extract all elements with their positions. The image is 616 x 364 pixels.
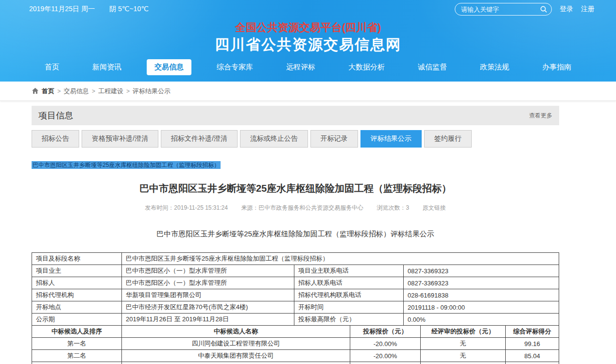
info-label: 招标代理机构联系电话 bbox=[294, 289, 404, 301]
search-box[interactable] bbox=[455, 3, 552, 16]
candidate-name-cell: 中泰天顺集团有限责任公司 bbox=[122, 350, 350, 362]
source-text: 来源：巴中市政务服务和公共资源交易服务中心 bbox=[241, 204, 363, 211]
view-more-link[interactable]: 查看更多 bbox=[529, 112, 552, 120]
table-header-row: 中标候选人及排序 中标候选人名称 投标报价（元） 经评审的投标价（元） 综合评标… bbox=[32, 326, 559, 338]
table-row: 开标地点 巴中市经济开发区红星路70号(市民之家4楼) 开标时间 2019111… bbox=[32, 301, 559, 314]
article-meta: 发布时间：2019-11-25 15:31:24 来源：巴中市政务服务和公共资源… bbox=[32, 204, 559, 212]
info-value: 巴中市恩阳区小（一）型水库管理所 bbox=[122, 277, 294, 289]
info-label: 投标最高限价（元） bbox=[294, 314, 404, 326]
score-cell: 85.04 bbox=[506, 350, 559, 362]
column-header: 综合评标得分 bbox=[506, 326, 559, 338]
main-nav: 首页 新闻资讯 交易信息 综合专家库 远程评标 大数据分析 诚信监督 政策法规 … bbox=[0, 59, 616, 75]
table-row: 项目业主 巴中市恩阳区小（一）型水库管理所 项目业主联系电话 0827-3369… bbox=[32, 265, 559, 277]
site-title: 四川省公共资源交易信息网 bbox=[0, 35, 616, 54]
nav-item-remote-evaluation[interactable]: 远程评标 bbox=[278, 59, 323, 75]
evaluated-price-cell: 无 bbox=[421, 338, 506, 350]
column-header: 经评审的投标价（元） bbox=[421, 326, 506, 338]
rank-cell: 第三名 bbox=[32, 362, 122, 364]
info-value: 0827-3369323 bbox=[404, 277, 559, 289]
main-content: 项目信息 查看更多 招标公告 资格预审补遗/澄清 招标文件补遗/澄清 流标或终止… bbox=[32, 106, 559, 364]
info-value: 华新项目管理集团有限公司 bbox=[122, 289, 294, 301]
rank-cell: 第一名 bbox=[32, 338, 122, 350]
table-row: 招标人 巴中市恩阳区小（一）型水库管理所 招标人联系电话 0827-336932… bbox=[32, 277, 559, 289]
nav-item-guide[interactable]: 办事指南 bbox=[534, 59, 579, 75]
info-label: 招标代理机构 bbox=[32, 289, 122, 301]
column-header: 中标候选人名称 bbox=[122, 326, 350, 338]
table-row: 公示期 2019年11月26日 至 2019年11月28日 投标最高限价（元） … bbox=[32, 314, 559, 326]
breadcrumb-evaluation-result[interactable]: 评标结果公示 bbox=[133, 87, 171, 96]
evaluated-price-cell: 无 bbox=[421, 362, 506, 364]
table-row: 项目及标段名称 巴中市恩阳区玉井乡断垭等25座水库枢纽除险加固工程（监理标段招标… bbox=[32, 253, 559, 265]
breadcrumb-separator: > bbox=[126, 88, 130, 95]
site-titles: 全国公共资源交易平台(四川省) 四川省公共资源交易信息网 bbox=[0, 20, 616, 54]
info-label: 招标人联系电话 bbox=[294, 277, 404, 289]
topbar-left: 2019年11月25日 周一 阴 5℃~10℃ bbox=[29, 5, 161, 14]
info-label: 项目业主联系电话 bbox=[294, 265, 404, 277]
info-value: 巴中市经济开发区红星路70号(市民之家4楼) bbox=[122, 301, 294, 314]
nav-item-news[interactable]: 新闻资讯 bbox=[85, 59, 129, 75]
nav-item-policy[interactable]: 政策法规 bbox=[472, 59, 517, 75]
bid-price-cell: -20.00% bbox=[350, 338, 421, 350]
tab-evaluation-result[interactable]: 评标结果公示 bbox=[360, 130, 422, 148]
breadcrumb-trade-info[interactable]: 交易信息 bbox=[64, 87, 89, 96]
nav-item-expert-pool[interactable]: 综合专家库 bbox=[209, 59, 261, 75]
nav-item-big-data[interactable]: 大数据分析 bbox=[341, 59, 393, 75]
tab-termination-notice[interactable]: 流标或终止公告 bbox=[240, 130, 308, 148]
info-value: 巴中市恩阳区玉井乡断垭等25座水库枢纽除险加固工程（监理标段招标） bbox=[122, 253, 559, 265]
bid-price-cell: -20.00% bbox=[350, 362, 421, 364]
table-row: 招标代理机构 华新项目管理集团有限公司 招标代理机构联系电话 028-61691… bbox=[32, 289, 559, 301]
breadcrumb: 首页 > 交易信息 > 工程建设 > 评标结果公示 bbox=[0, 82, 616, 101]
tab-bid-announcement[interactable]: 招标公告 bbox=[32, 130, 79, 148]
info-value: 0827-3369323 bbox=[404, 265, 559, 277]
tabs: 招标公告 资格预审补遗/澄清 招标文件补遗/澄清 流标或终止公告 开标记录 评标… bbox=[32, 130, 559, 148]
column-header: 投标报价（元） bbox=[350, 326, 421, 338]
tab-bid-opening-record[interactable]: 开标记录 bbox=[310, 130, 358, 148]
selected-link-row: 巴中市恩阳区玉井乡断垭等25座水库枢纽除险加固工程（监理标段招标） bbox=[32, 160, 559, 169]
info-label: 开标时间 bbox=[294, 301, 404, 314]
table-row: 第一名 四川同创建设工程管理有限公司 -20.00% 无 99.16 bbox=[32, 338, 559, 350]
breadcrumb-separator: > bbox=[92, 88, 95, 95]
bid-price-cell: -20.00% bbox=[350, 350, 421, 362]
view-count: 浏览次数：3 bbox=[377, 204, 410, 211]
info-label: 开标地点 bbox=[32, 301, 122, 314]
table-row: 第二名 中泰天顺集团有限责任公司 -20.00% 无 85.04 bbox=[32, 350, 559, 362]
platform-title: 全国公共资源交易平台(四川省) bbox=[0, 20, 616, 35]
info-label: 招标人 bbox=[32, 277, 122, 289]
article-subtitle: 巴中市恩阳区玉井乡断垭等25座水库枢纽除险加固工程（监理标段招标）评标结果公示 bbox=[32, 230, 559, 239]
evaluated-price-cell: 无 bbox=[421, 350, 506, 362]
search-input[interactable] bbox=[461, 6, 540, 13]
nav-item-integrity[interactable]: 诚信监督 bbox=[410, 59, 455, 75]
score-cell: 80.20 bbox=[506, 362, 559, 364]
info-value: 巴中市恩阳区小（一）型水库管理所 bbox=[122, 265, 294, 277]
publish-time: 发布时间：2019-11-25 15:31:24 bbox=[145, 204, 228, 211]
date-text: 2019年11月25日 周一 bbox=[29, 5, 95, 13]
home-icon bbox=[32, 87, 39, 95]
topbar-right: 登录 注册 bbox=[455, 3, 595, 16]
section-title: 项目信息 bbox=[38, 110, 73, 121]
candidates-table: 中标候选人及排序 中标候选人名称 投标报价（元） 经评审的投标价（元） 综合评标… bbox=[32, 325, 559, 364]
rank-cell: 第二名 bbox=[32, 350, 122, 362]
article-title: 巴中市恩阳区玉井乡断垭等25座水库枢纽除险加固工程（监理标段招标） bbox=[32, 182, 559, 195]
column-header: 中标候选人及排序 bbox=[32, 326, 122, 338]
info-value: 2019年11月26日 至 2019年11月28日 bbox=[122, 314, 294, 326]
breadcrumb-home[interactable]: 首页 bbox=[42, 87, 54, 96]
candidate-name-cell: 四川同创建设工程管理有限公司 bbox=[122, 338, 350, 350]
nav-item-home[interactable]: 首页 bbox=[37, 59, 67, 75]
register-link[interactable]: 注册 bbox=[581, 5, 595, 14]
search-icon[interactable] bbox=[540, 5, 548, 13]
tab-document-clarification[interactable]: 招标文件补遗/澄清 bbox=[161, 130, 238, 148]
tab-contract-performance[interactable]: 签约履行 bbox=[424, 130, 472, 148]
login-link[interactable]: 登录 bbox=[560, 5, 573, 14]
selected-project-link[interactable]: 巴中市恩阳区玉井乡断垭等25座水库枢纽除险加固工程（监理标段招标） bbox=[32, 161, 221, 169]
info-label: 公示期 bbox=[32, 314, 122, 326]
info-value: 0.00% bbox=[404, 314, 559, 326]
info-label: 项目业主 bbox=[32, 265, 122, 277]
info-value: 028-61691838 bbox=[404, 289, 559, 301]
original-link[interactable]: 原文链接 bbox=[423, 204, 446, 211]
score-cell: 99.16 bbox=[506, 338, 559, 350]
breadcrumb-engineering[interactable]: 工程建设 bbox=[98, 87, 123, 96]
nav-item-trade-info[interactable]: 交易信息 bbox=[147, 59, 191, 75]
breadcrumb-separator: > bbox=[57, 88, 61, 95]
tab-prequalification-clarification[interactable]: 资格预审补遗/澄清 bbox=[82, 130, 158, 148]
info-value: 20191118 - 09:00:00 bbox=[404, 301, 559, 314]
